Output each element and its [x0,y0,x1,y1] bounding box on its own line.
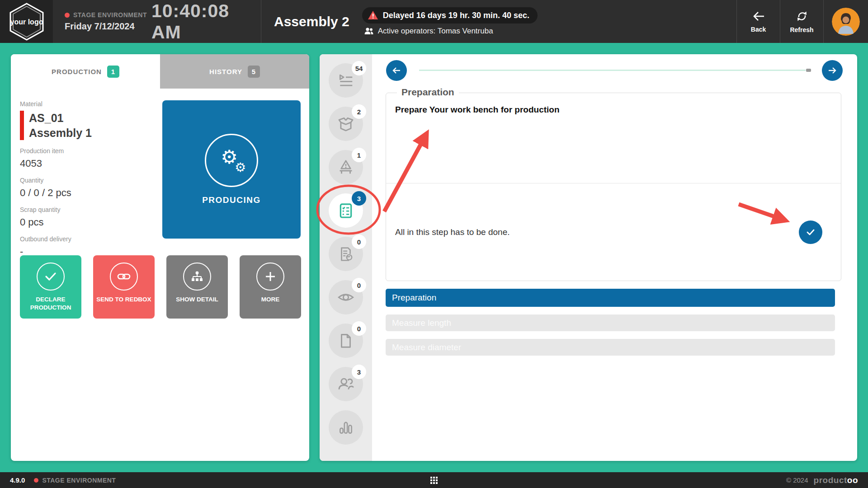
rail-badge: 0 [352,278,366,292]
environment-block: STAGE ENVIRONMENT Friday 7/12/2024 [53,0,151,43]
eye-icon [337,288,355,306]
producing-status-label: PRODUCING [202,195,261,205]
production-item-value: 4053 [20,158,161,169]
operators-icon [364,27,374,35]
active-operators-row: Active operators: Tomas Ventruba [362,27,538,36]
rail-item-checklist[interactable]: 3 [329,193,363,228]
rail-badge: 3 [352,365,366,379]
environment-status-dot [34,478,38,483]
more-button[interactable]: MORE [240,255,301,319]
step-progress-handle [806,69,811,72]
step-list: Preparation Measure length Measure diame… [386,289,835,363]
step-confirm-text: All in this step has to be done. [395,227,510,237]
footer-environment-label: STAGE ENVIRONMENT [42,477,116,484]
scrap-quantity-value: 0 pcs [20,216,161,228]
rail-badge: 3 [352,191,366,206]
top-bar: your logo STAGE ENVIRONMENT Friday 7/12/… [0,0,868,43]
rail-item-watch[interactable]: 0 [329,280,363,314]
environment-label: STAGE ENVIRONMENT [73,11,147,19]
declare-production-button[interactable]: DECLARE PRODUCTION [20,255,81,319]
hexagon-logo-icon: your logo [7,2,46,42]
rail-item-statistics[interactable] [329,410,363,445]
rail-item-production-queue[interactable]: 54 [329,63,363,98]
confirm-step-button[interactable] [799,221,822,244]
rail-item-documents[interactable]: 0 [329,324,363,358]
footer-bar: 4.9.0 STAGE ENVIRONMENT © 2024 productoo [0,472,868,488]
back-button[interactable]: Back [737,0,780,43]
panel-tabs: PRODUCTION 1 HISTORY 5 [11,54,309,89]
send-to-redbox-label: SEND TO REDBOX [94,296,154,304]
next-step-button[interactable] [822,60,843,81]
copyright: © 2024 [786,476,808,484]
action-buttons: DECLARE PRODUCTION SEND TO REDBOX [20,255,301,319]
step-item-measure-length[interactable]: Measure length [386,314,835,331]
send-to-redbox-button[interactable]: SEND TO REDBOX [93,255,155,319]
quantity-value: 0 / 0 / 2 pcs [20,187,161,199]
rail-badge: 2 [352,104,366,119]
rail-badge: 1 [352,148,366,162]
workflow-panel: 54 2 1 [320,54,857,461]
previous-step-button[interactable] [386,60,407,81]
quantity-label: Quantity [20,177,161,184]
active-operators-label: Active operators: Tomas Ventruba [378,27,493,36]
delay-message: Delayed 16 days 19 hr. 30 min. 40 sec. [383,11,529,20]
show-detail-button[interactable]: SHOW DETAIL [166,255,228,319]
arrow-left-icon [392,66,401,75]
tab-history[interactable]: HISTORY 5 [160,54,309,89]
back-button-label: Back [751,26,766,33]
rail-item-document-sign[interactable]: 0 [329,237,363,271]
refresh-icon [795,9,809,23]
workflow-icon-rail: 54 2 1 [320,54,372,461]
scrap-quantity-label: Scrap quantity [20,206,161,213]
page-title: Assembly 2 [261,0,362,43]
arrow-right-icon [827,66,837,75]
delay-badge: Delayed 16 days 19 hr. 30 min. 40 sec. [362,7,538,23]
user-avatar[interactable] [832,8,860,36]
step-item-measure-diameter[interactable]: Measure diameter [386,339,835,356]
gears-icon: ⚙ ⚙ [205,134,258,187]
outbound-delivery-label: Outbound delivery [20,235,161,243]
step-progress-line [419,70,806,71]
tab-history-badge: 5 [248,66,260,78]
avatar-block [824,0,868,43]
declare-production-label: DECLARE PRODUCTION [20,296,81,312]
app-version: 4.9.0 [10,476,25,484]
production-item-label: Production item [20,147,161,155]
order-info: Material AS_01 Assembly 1 Production ite… [20,97,161,258]
warning-triangle-icon [368,10,378,20]
step-item-preparation[interactable]: Preparation [386,289,835,307]
tab-production[interactable]: PRODUCTION 1 [11,54,160,89]
machine-issue-icon [337,159,354,176]
productoo-logo: productoo [814,475,858,485]
material-name: Assembly 1 [29,126,161,141]
avatar-photo [832,8,860,36]
tab-production-label: PRODUCTION [52,68,102,75]
packaging-box-icon [337,115,354,132]
rail-badge: 54 [352,61,366,75]
rail-item-machine-issue[interactable]: 1 [329,150,363,184]
production-panel: PRODUCTION 1 HISTORY 5 Material AS_01 As… [11,54,309,461]
refresh-button[interactable]: Refresh [780,0,823,43]
apps-grid-icon[interactable] [430,477,438,484]
show-detail-label: SHOW DETAIL [173,296,221,304]
rail-item-packaging[interactable]: 2 [329,107,363,141]
footer-environment: STAGE ENVIRONMENT [34,477,116,484]
material-label: Material [20,100,161,108]
tab-production-badge: 1 [107,66,119,78]
document-sign-icon [337,245,354,263]
more-label: MORE [259,296,283,304]
operators-icon [337,375,355,393]
producing-status-tile[interactable]: ⚙ ⚙ PRODUCING [162,100,301,239]
document-icon [337,332,354,349]
material-value: AS_01 Assembly 1 [20,111,161,140]
rail-item-operators[interactable]: 3 [329,367,363,401]
sitemap-circle-icon [183,263,211,291]
back-arrow-icon [751,10,766,23]
svg-text:your logo: your logo [10,18,43,26]
link-circle-icon [110,263,138,291]
material-code: AS_01 [29,111,161,126]
production-queue-icon [337,72,354,89]
company-logo: your logo [0,0,53,43]
check-circle-icon [37,263,65,291]
status-block: Delayed 16 days 19 hr. 30 min. 40 sec. A… [362,0,538,43]
